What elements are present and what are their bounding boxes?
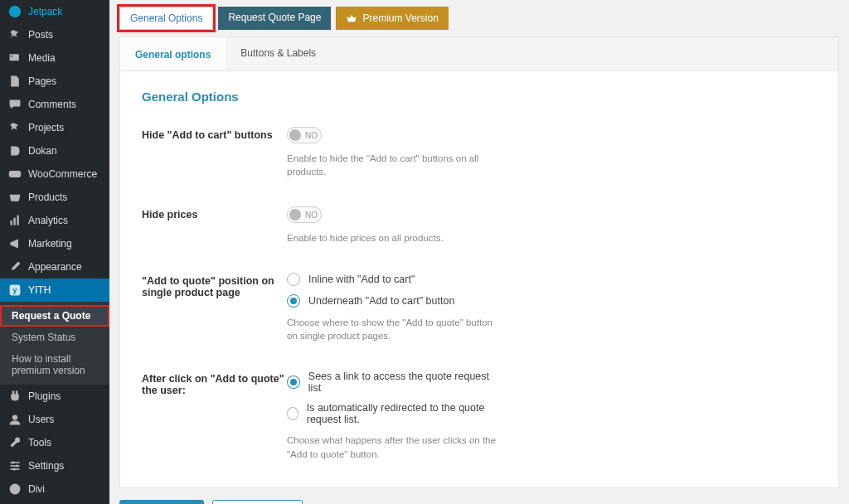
sidebar-item-divi[interactable]: Divi [0,477,109,501]
sidebar-item-label: Media [28,52,56,64]
sidebar-item-marketing[interactable]: Marketing [0,232,109,255]
subtab-general[interactable]: General options [120,37,226,70]
radio-option-underneath[interactable]: Underneath "Add to cart" button [287,294,502,308]
svg-rect-4 [13,218,15,225]
jetpack-icon [8,5,22,18]
media-icon [8,51,22,65]
crown-icon [346,12,357,24]
radio-label: Sees a link to access the quote request … [308,371,502,394]
submenu-item-system-status[interactable]: System Status [0,327,109,348]
svg-point-13 [16,464,18,467]
users-icon [8,413,22,426]
sidebar-item-woocommerce[interactable]: WooCommerce [0,162,109,186]
field-label: Hide "Add to cart" buttons [142,127,287,141]
sidebar-item-posts[interactable]: Posts [0,23,109,46]
plugin-icon [8,390,22,403]
top-tabs: General Options Request Quote Page Premi… [119,7,839,30]
sidebar-item-settings[interactable]: Settings [0,454,109,477]
sidebar-item-label: Appearance [28,261,82,273]
field-after-click: After click on "Add to quote" the user: … [142,371,817,460]
sidebar-item-pages[interactable]: Pages [0,70,109,93]
panel-body: General Options Hide "Add to cart" butto… [120,71,838,487]
sidebar-item-collapse[interactable]: Collapse menu [0,501,109,504]
sidebar-item-media[interactable]: Media [0,46,109,70]
dokan-icon [8,144,22,158]
comment-icon [8,98,22,111]
sidebar-item-yith[interactable]: yYITH [0,279,109,302]
sidebar-item-label: Users [28,414,54,425]
field-hide-prices: Hide prices NO Enable to hide prices on … [142,206,817,245]
sidebar-item-products[interactable]: Products [0,186,109,209]
divi-icon [8,482,22,496]
field-description: Enable to hide the "Add to cart" buttons… [287,152,502,178]
tab-premium-version[interactable]: Premium Version [336,7,448,30]
sidebar-item-analytics[interactable]: Analytics [0,209,109,232]
sidebar-item-appearance[interactable]: Appearance [0,255,109,279]
field-hide-add-to-cart: Hide "Add to cart" buttons NO Enable to … [142,127,817,178]
field-label: After click on "Add to quote" the user: [142,371,287,396]
sidebar-item-label: Dokan [28,145,57,157]
tab-general-options[interactable]: General Options [119,7,213,30]
sidebar-item-label: Products [28,191,67,203]
submenu-item-install-premium[interactable]: How to install premium version [0,348,109,381]
sidebar-item-jetpack[interactable]: Jetpack [0,0,109,23]
reset-button[interactable]: Reset Defaults [212,500,303,504]
product-icon [8,191,22,204]
svg-point-14 [13,468,16,470]
field-quote-position: "Add to quote" position on single produc… [142,273,817,342]
section-title: General Options [142,90,817,104]
sidebar-item-label: YITH [28,284,51,296]
toggle-hide-cart[interactable]: NO [287,127,322,143]
sidebar-submenu: Request a Quote System Status How to ins… [0,302,109,385]
main-content: General Options Request Quote Page Premi… [109,0,849,504]
sidebar-item-label: Posts [28,29,53,41]
subtab-buttons-labels[interactable]: Buttons & Labels [226,37,331,70]
field-description: Choose where to show the "Add to quote" … [287,316,502,342]
radio-icon [287,294,300,308]
sidebar-item-label: WooCommerce [28,168,97,180]
sidebar-item-projects[interactable]: Projects [0,116,109,139]
svg-rect-3 [10,220,12,225]
sidebar-item-label: Analytics [28,215,68,226]
sidebar-item-label: Jetpack [28,6,62,17]
sidebar-item-dokan[interactable]: Dokan [0,139,109,162]
radio-option-redirect[interactable]: Is automatically redirected to the quote… [287,402,502,425]
pin-icon [8,28,22,41]
sidebar-item-label: Pages [28,75,56,87]
woo-icon [8,167,22,181]
toggle-state: NO [305,131,318,140]
radio-label: Is automatically redirected to the quote… [307,402,502,425]
toggle-state: NO [305,211,318,220]
yith-icon: y [8,284,22,297]
save-button[interactable]: Save Options [119,500,204,504]
settings-panel: General options Buttons & Labels General… [119,36,839,488]
tools-icon [8,436,22,449]
svg-rect-1 [10,54,19,61]
admin-sidebar: Jetpack Posts Media Pages Comments Proje… [0,0,109,504]
sidebar-item-label: Divi [28,483,45,495]
toggle-hide-prices[interactable]: NO [287,206,322,223]
sidebar-item-plugins[interactable]: Plugins [0,385,109,408]
tab-request-quote-page[interactable]: Request Quote Page [218,7,331,30]
field-description: Enable to hide prices on all products. [287,231,502,245]
svg-point-15 [10,484,21,495]
tab-label: Premium Version [362,12,438,24]
radio-option-sees-link[interactable]: Sees a link to access the quote request … [287,371,502,394]
settings-icon [8,459,22,472]
sidebar-item-comments[interactable]: Comments [0,93,109,116]
sidebar-item-tools[interactable]: Tools [0,431,109,454]
page-icon [8,75,22,88]
sidebar-item-label: Settings [28,460,64,472]
sidebar-item-label: Comments [28,99,76,110]
field-label: "Add to quote" position on single produc… [142,273,287,298]
submenu-item-request-quote[interactable]: Request a Quote [0,305,109,327]
radio-label: Inline with "Add to cart" [308,274,415,285]
radio-option-inline[interactable]: Inline with "Add to cart" [287,273,502,286]
sidebar-item-users[interactable]: Users [0,408,109,431]
megaphone-icon [8,237,22,250]
analytics-icon [8,214,22,227]
sub-tabs: General options Buttons & Labels [120,37,838,71]
svg-text:y: y [13,286,17,294]
pin-icon [8,121,22,134]
sidebar-item-label: Tools [28,437,51,448]
